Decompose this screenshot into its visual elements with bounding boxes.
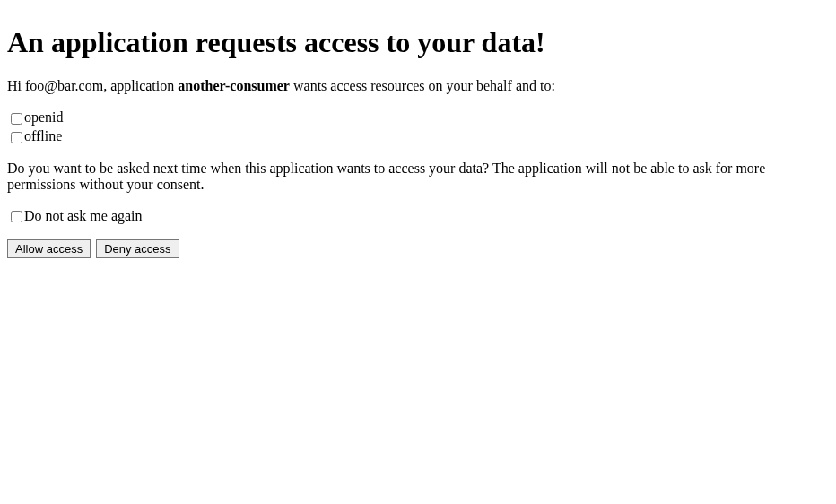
allow-button[interactable]: Allow access	[7, 239, 91, 258]
scope-item: openid	[7, 109, 829, 127]
remember-label: Do not ask me again	[24, 208, 143, 223]
scope-label: openid	[24, 109, 64, 125]
user-email: foo@bar.com	[25, 78, 103, 93]
page-title: An application requests access to your d…	[7, 26, 829, 59]
scope-list: openid offline	[7, 109, 829, 146]
deny-button[interactable]: Deny access	[96, 239, 179, 258]
remember-prompt: Do you want to be asked next time when t…	[7, 161, 829, 193]
intro-greeting: Hi	[7, 78, 25, 93]
scope-checkbox-openid[interactable]	[11, 113, 22, 125]
intro-text: Hi foo@bar.com, application another-cons…	[7, 78, 829, 94]
scope-item: offline	[7, 127, 829, 146]
scope-checkbox-offline[interactable]	[11, 132, 22, 143]
button-row: Allow access Deny access	[7, 239, 829, 258]
intro-mid2: wants access resources on your behalf an…	[290, 78, 555, 93]
intro-mid1: , application	[103, 78, 178, 93]
scope-label: offline	[24, 128, 62, 143]
remember-item: Do not ask me again	[7, 207, 829, 226]
app-name: another-consumer	[178, 78, 290, 93]
remember-list: Do not ask me again	[7, 207, 829, 226]
remember-checkbox[interactable]	[11, 211, 22, 222]
